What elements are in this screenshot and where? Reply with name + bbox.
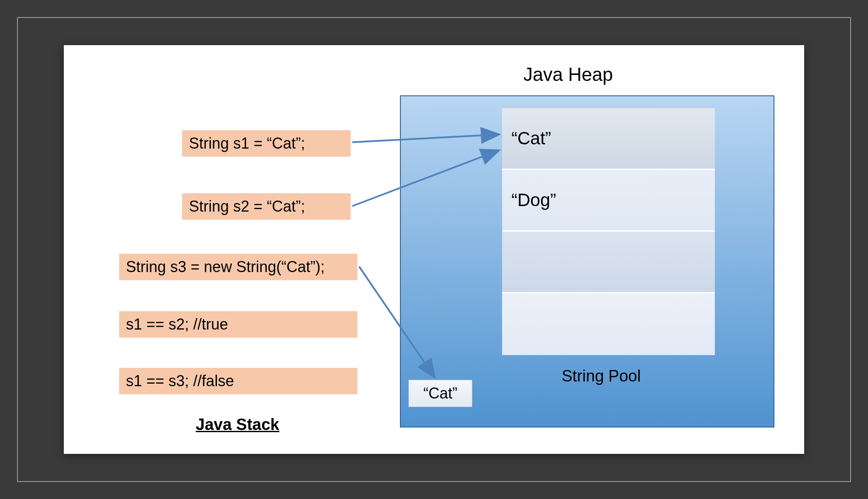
stack-label: Java Stack <box>196 416 280 434</box>
pool-row-empty-2 <box>502 293 715 355</box>
outer-frame: Java Heap “Cat” “Dog” String Pool “Cat” … <box>17 17 851 482</box>
heap-title: Java Heap <box>523 64 613 85</box>
code-line-s1-eq-s2: s1 == s2; //true <box>119 311 357 338</box>
heap-object-cat: “Cat” <box>408 380 472 407</box>
code-line-s3: String s3 = new String(“Cat”); <box>119 254 357 280</box>
string-pool-table: “Cat” “Dog” <box>502 108 715 355</box>
code-line-s1: String s1 = “Cat”; <box>182 130 351 157</box>
slide-canvas: Java Heap “Cat” “Dog” String Pool “Cat” … <box>64 45 804 454</box>
pool-row-cat: “Cat” <box>502 108 715 170</box>
string-pool-label: String Pool <box>562 367 641 385</box>
pool-row-empty-1 <box>502 232 715 293</box>
code-line-s1-eq-s3: s1 == s3; //false <box>119 368 357 394</box>
pool-row-dog: “Dog” <box>502 170 715 232</box>
code-line-s2: String s2 = “Cat”; <box>182 193 351 220</box>
